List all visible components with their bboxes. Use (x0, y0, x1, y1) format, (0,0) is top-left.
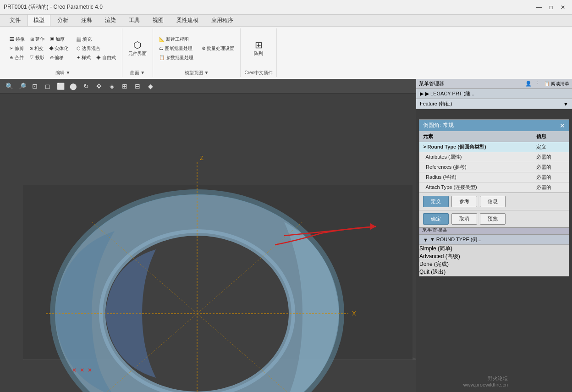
element-cell: References (参考) (419, 162, 533, 172)
round-type-section-label[interactable]: ▼ ROUND TYPE (倒... (430, 236, 482, 243)
section-button[interactable]: ⊞ (119, 81, 130, 92)
watermark-text: 野火论坛 (463, 375, 508, 382)
zoom-in-button[interactable]: 🔍 (4, 81, 15, 92)
info-cell: 必需的 (533, 172, 569, 182)
ribbon-row1: ☰ 镜像 ⊞ 延伸 ▣ 加厚 (7, 35, 71, 44)
ok-button[interactable]: 确定 (423, 213, 449, 225)
btn-fill[interactable]: ▦ 填充 (74, 35, 118, 44)
ribbon-group-surface: ⬡ 元件界面 曲面 ▼ (122, 28, 153, 77)
col-info: 信息 (533, 131, 569, 142)
preview-button[interactable]: 预览 (480, 213, 506, 225)
btn-trim[interactable]: ✂ 修剪 (7, 44, 26, 53)
minimize-button[interactable]: — (534, 3, 544, 12)
tab-render[interactable]: 渲染 (99, 14, 122, 26)
feature-dropdown-icon[interactable]: ▼ (563, 101, 568, 107)
viewport-svg: Z X × × × (0, 94, 416, 392)
menu-item-advanced[interactable]: Advanced (高级) (419, 253, 569, 260)
window-controls: — □ ✕ (534, 3, 568, 12)
round-dialog-close-button[interactable]: ✕ (560, 122, 565, 129)
define-button[interactable]: 定义 (423, 196, 449, 207)
tab-view[interactable]: 视图 (147, 14, 170, 26)
table-row[interactable]: > Round Type (倒圆角类型) 定义 (419, 142, 569, 152)
ribbon-group-model-intent-label: 模型意图 ▼ (185, 68, 209, 76)
collapse-icon: ▼ (423, 237, 428, 243)
btn-mirror[interactable]: ☰ 镜像 (7, 35, 27, 44)
refit-button[interactable]: ◻ (42, 81, 53, 92)
zoom-out-button[interactable]: 🔎 (16, 81, 28, 92)
shading-button[interactable]: ◆ (145, 81, 156, 92)
tab-model[interactable]: 模型 (28, 14, 50, 26)
tab-analysis[interactable]: 分析 (51, 14, 74, 26)
info-cell: 必需的 (533, 152, 569, 162)
titlebar: PRT0001 (活动的) - Creo Parametric 4.0 — □ … (0, 0, 572, 15)
watermark: 野火论坛 www.proewildfire.cn (463, 375, 508, 387)
table-row[interactable]: References (参考) 必需的 (419, 162, 569, 172)
table-row[interactable]: Attributes (属性) 必需的 (419, 152, 569, 162)
ribbon-group-creo-plugin-content: ⊞ 阵列 (249, 29, 268, 68)
btn-new-drawing[interactable]: 📐 新建工程图 (157, 35, 196, 44)
btn-component-interface[interactable]: ⬡ 元件界面 (126, 39, 149, 58)
dialog-buttons-row2: 确定 取消 预览 (419, 210, 569, 227)
btn-project[interactable]: ▽ 投影 (27, 54, 47, 62)
tab-apps[interactable]: 应用程序 (205, 14, 239, 26)
component-interface-icon: ⬡ (133, 40, 141, 50)
btn-solidify[interactable]: ◆ 实体化 (47, 44, 71, 53)
window-title: PRT0001 (活动的) - Creo Parametric 4.0 (4, 3, 103, 11)
tab-flex[interactable]: 柔性建模 (170, 14, 204, 26)
btn-style[interactable]: ✦ 样式 (74, 54, 93, 62)
legacy-header-bar: 菜单管理器 👤 ⋮ 📋 阅读清单 (416, 79, 572, 89)
info-cell: 必需的 (533, 182, 569, 193)
array-icon: ⊞ (255, 40, 263, 50)
watermark-url: www.proewildfire.cn (463, 382, 508, 387)
reference-button[interactable]: 参考 (451, 196, 477, 207)
btn-thicken[interactable]: ▣ 加厚 (48, 35, 67, 44)
round-dialog-title: 倒圆角: 常规 ✕ (419, 120, 569, 131)
menu-item-simple[interactable]: Simple (简单) (419, 245, 569, 253)
ribbon-group-edit-label: 编辑 ▼ (55, 68, 71, 76)
tab-tools[interactable]: 工具 (123, 14, 146, 26)
btn-offset[interactable]: ⊜ 偏移 (48, 54, 66, 62)
btn-freestyle[interactable]: ◈ 自由式 (94, 54, 118, 62)
menu-item-done[interactable]: Done (完成) (419, 260, 569, 268)
btn-intersect[interactable]: ⊗ 相交 (27, 44, 46, 53)
pan-button[interactable]: ✥ (94, 81, 104, 92)
rect-select-button[interactable]: ⬜ (55, 81, 66, 92)
legacy-section-bar: ▶ ▶ LEGACY PRT (继... (416, 89, 572, 99)
btn-batch-settings[interactable]: ⚙ 批量处理设置 (199, 44, 237, 53)
close-button[interactable]: ✕ (557, 3, 568, 12)
legacy-prt-label[interactable]: ▶ LEGACY PRT (继... (425, 90, 474, 97)
btn-boundary-blend[interactable]: ⬡ 边界混合 (74, 44, 118, 53)
info-button[interactable]: 信息 (480, 196, 506, 207)
simple-label: Simple (简单) (419, 245, 452, 252)
cancel-button[interactable]: 取消 (451, 213, 477, 225)
btn-array[interactable]: ⊞ 阵列 (249, 39, 268, 58)
btn-batch-drawing[interactable]: 🗂 图纸批量处理 (157, 44, 196, 53)
round-dialog: 倒圆角: 常规 ✕ 元素 信息 > Round Type (倒圆角类型) 定义 … (419, 119, 569, 228)
user-icon[interactable]: 👤 (525, 81, 532, 87)
btn-extend[interactable]: ⊞ 延伸 (28, 35, 47, 44)
ribbon-group-surface-label: 曲面 ▼ (130, 68, 145, 76)
btn-merge[interactable]: ⊕ 合并 (7, 54, 26, 62)
expand-icon: ▶ (420, 91, 424, 97)
table-row[interactable]: Attach Type (连接类型) 必需的 (419, 182, 569, 193)
read-list-icon: 📋 阅读清单 (544, 81, 569, 87)
ribbon-row2: ✂ 修剪 ⊗ 相交 ◆ 实体化 (7, 44, 71, 53)
tab-file[interactable]: 文件 (4, 14, 27, 26)
table-row[interactable]: Radius (半径) 必需的 (419, 172, 569, 182)
more-icon[interactable]: ⋮ (535, 81, 540, 87)
tab-annotation[interactable]: 注释 (75, 14, 98, 26)
menu-item-quit[interactable]: Quit (退出) (419, 268, 569, 276)
circle-select-button[interactable]: ⬤ (68, 81, 79, 92)
btn-batch-params[interactable]: 📋 参数批量处理 (157, 54, 196, 62)
menu-manager-label: 菜单管理器 (419, 80, 444, 87)
zoom-fit-button[interactable]: ⊡ (29, 81, 40, 92)
right-panel: 菜单管理器 👤 ⋮ 📋 阅读清单 ▶ ▶ LEGACY PRT (继... Fe… (416, 79, 572, 392)
maximize-button[interactable]: □ (545, 3, 556, 12)
display-button[interactable]: ⊟ (132, 81, 143, 92)
advanced-label: Advanced (高级) (419, 253, 460, 259)
rotate-button[interactable]: ↻ (81, 81, 92, 92)
view3d-button[interactable]: ◈ (106, 81, 117, 92)
ribbon-content: ☰ 镜像 ⊞ 延伸 ▣ 加厚 ✂ 修剪 ⊗ 相交 ◆ 实体化 ⊕ 合并 ▽ 投影… (0, 27, 572, 79)
dialog-buttons-row1: 定义 参考 信息 (419, 193, 569, 210)
round-type-menu: 菜单管理器 ▼ ▼ ROUND TYPE (倒... Simple (简单) A… (419, 224, 569, 276)
